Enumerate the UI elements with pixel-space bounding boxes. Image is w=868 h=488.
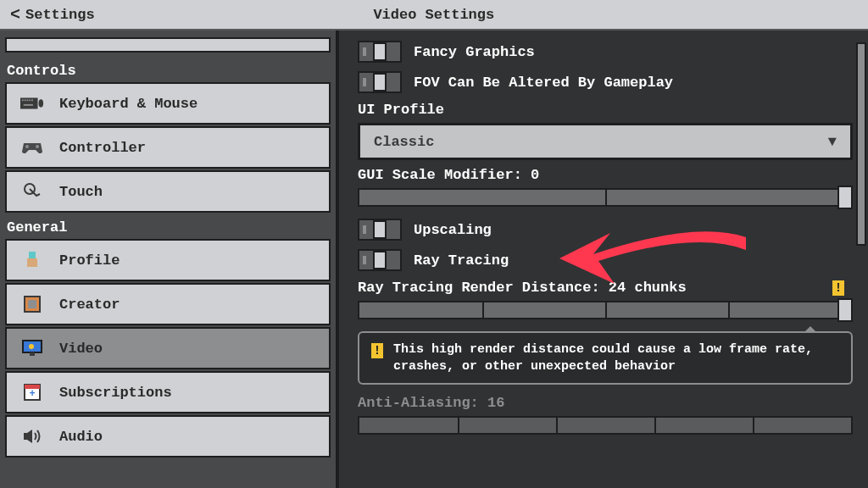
video-icon: [20, 338, 44, 358]
sidebar-item-label: Subscriptions: [59, 385, 172, 401]
touch-icon: [20, 181, 44, 202]
svg-text:+: +: [29, 388, 35, 400]
warning-tooltip: ! This high render distance could cause …: [358, 331, 853, 385]
anti-aliasing-label: Anti-Aliasing: 16: [358, 395, 853, 411]
audio-icon: [20, 426, 44, 446]
content-panel: Fancy Graphics FOV Can Be Altered By Gam…: [339, 30, 868, 488]
chevron-left-icon: <: [10, 5, 20, 25]
svg-rect-11: [29, 252, 36, 258]
controller-icon: [20, 137, 44, 158]
sidebar-item-audio[interactable]: Audio: [5, 415, 331, 458]
warning-icon: !: [832, 280, 844, 296]
subscriptions-icon: +: [20, 382, 44, 402]
sidebar-item-touch[interactable]: Touch: [5, 170, 331, 213]
toggle-fov-row: FOV Can Be Altered By Gameplay: [358, 71, 853, 93]
ui-profile-label: UI Profile: [358, 102, 853, 118]
sidebar-item-keyboard-mouse[interactable]: Keyboard & Mouse: [5, 82, 331, 125]
section-general: General: [5, 214, 331, 239]
header-bar: < Settings Video Settings: [0, 0, 868, 30]
warning-text: This high render distance could cause a …: [393, 341, 839, 374]
gui-scale-slider[interactable]: [358, 188, 853, 207]
sidebar-item-label: Controller: [59, 140, 146, 156]
anti-aliasing-slider[interactable]: [358, 416, 853, 435]
toggle-raytracing-row: Ray Tracing: [358, 249, 853, 271]
slider-handle[interactable]: [837, 186, 853, 209]
toggle-fancy-graphics-row: Fancy Graphics: [358, 41, 853, 63]
svg-point-9: [36, 145, 39, 148]
ui-profile-dropdown[interactable]: Classic ▼: [358, 123, 853, 160]
svg-rect-16: [30, 352, 35, 356]
toggle-label: FOV Can Be Altered By Gameplay: [414, 75, 673, 91]
sidebar-item-creator[interactable]: Creator: [5, 283, 331, 325]
svg-point-8: [25, 145, 29, 148]
svg-point-17: [29, 344, 34, 349]
scrollbar[interactable]: [856, 42, 866, 246]
sidebar-item-video[interactable]: Video: [5, 327, 331, 369]
creator-icon: [20, 294, 44, 314]
sidebar-item-label: Creator: [59, 297, 120, 313]
back-button[interactable]: < Settings: [10, 5, 95, 25]
main-area: Controls Keyboard & Mouse Controller Tou…: [0, 30, 868, 488]
svg-rect-6: [24, 104, 33, 106]
toggle-upscaling-row: Upscaling: [358, 219, 853, 241]
svg-rect-5: [31, 99, 33, 101]
sidebar-item-profile[interactable]: Profile: [5, 239, 331, 281]
svg-rect-3: [26, 99, 28, 101]
toggle-label: Fancy Graphics: [414, 44, 535, 60]
sidebar-item-label: Profile: [59, 252, 120, 269]
rt-render-label: Ray Tracing Render Distance: 24 chunks: [358, 280, 853, 296]
sidebar-item-subscriptions[interactable]: + Subscriptions: [5, 371, 331, 413]
profile-icon: [20, 250, 44, 270]
svg-rect-1: [22, 99, 24, 101]
sidebar-item-controller[interactable]: Controller: [5, 126, 331, 169]
dropdown-value: Classic: [374, 134, 434, 150]
page-title: Video Settings: [95, 7, 773, 23]
toggle-label: Upscaling: [414, 222, 492, 238]
gui-scale-label: GUI Scale Modifier: 0: [358, 167, 853, 183]
sidebar-item-label: Touch: [59, 184, 103, 200]
sidebar-item-label: Audio: [59, 429, 103, 445]
sidebar: Controls Keyboard & Mouse Controller Tou…: [0, 30, 339, 488]
toggle-fov[interactable]: [358, 71, 402, 93]
svg-rect-14: [28, 300, 36, 308]
slider-handle[interactable]: [837, 298, 853, 322]
sidebar-item-label: Keyboard & Mouse: [59, 96, 198, 112]
toggle-upscaling[interactable]: [358, 219, 402, 241]
toggle-raytracing[interactable]: [358, 249, 402, 271]
sidebar-top-strip: [5, 37, 331, 53]
svg-rect-2: [25, 99, 26, 101]
toggle-fancy-graphics[interactable]: [358, 41, 402, 63]
rt-render-slider[interactable]: [358, 301, 853, 319]
back-label: Settings: [25, 7, 95, 23]
svg-point-7: [38, 99, 43, 107]
toggle-label: Ray Tracing: [414, 252, 509, 269]
warning-icon: !: [371, 343, 383, 358]
sidebar-item-label: Video: [59, 341, 103, 357]
svg-rect-12: [27, 258, 37, 267]
section-controls: Controls: [5, 58, 331, 82]
keyboard-icon: [20, 93, 44, 114]
svg-rect-4: [29, 99, 31, 101]
chevron-down-icon: ▼: [828, 134, 837, 150]
